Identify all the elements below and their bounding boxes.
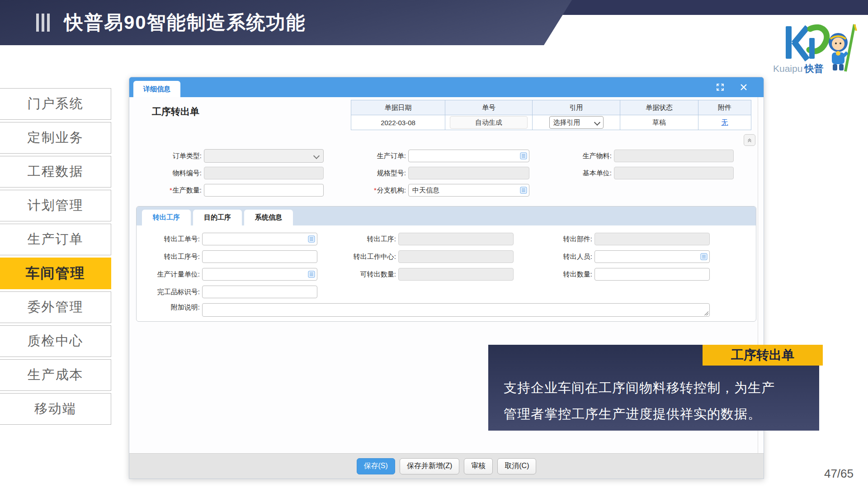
col-attachment: 附件 (698, 100, 751, 115)
chevron-down-icon (594, 119, 600, 126)
save-and-new-button[interactable]: 保存并新增(Z) (400, 458, 459, 474)
field-transfer-qty: 转出数量: (542, 268, 710, 281)
reference-select[interactable]: 选择引用 (549, 116, 604, 129)
audit-button[interactable]: 审核 (464, 458, 493, 474)
chevron-down-icon (313, 153, 320, 159)
order-type-select[interactable] (204, 149, 324, 163)
col-doc-no: 单号 (445, 100, 533, 115)
form-title: 工序转出单 (152, 105, 199, 118)
reference-select-value: 选择引用 (553, 118, 580, 127)
sidebar-item-production-cost[interactable]: 生产成本 (0, 359, 111, 391)
kuaipu-mascot (829, 24, 856, 71)
spec-model-input (408, 167, 529, 179)
required-marker: * (170, 186, 172, 194)
field-production-material: 生产物料: (561, 150, 734, 162)
list-lookup-icon[interactable] (520, 152, 527, 160)
tab-target-process[interactable]: 目的工序 (193, 210, 242, 225)
attachment-link[interactable]: 无 (722, 118, 728, 126)
production-material-input (614, 150, 734, 162)
transfer-qty-input[interactable] (594, 268, 710, 281)
field-transfer-workorder-no: 转出工单号: (149, 233, 317, 245)
field-material-no: 物料编号: (151, 167, 324, 179)
field-transfer-person: 转出人员: (542, 250, 710, 263)
transfer-out-form: 转出工单号: 转出工序: 转出部件: 转出工序号: (149, 233, 722, 318)
document-header-table: 单据日期 单号 引用 单据状态 附件 2022-03-08 自动生成 选择引用 … (351, 100, 751, 130)
page-title: 快普易90智能制造系统功能 (64, 10, 306, 35)
tab-transfer-out-process[interactable]: 转出工序 (142, 210, 191, 225)
field-transferable-qty: 可转出数量: (345, 268, 514, 281)
field-branch-org: *分支机构: (355, 184, 529, 197)
field-transfer-part: 转出部件: (542, 233, 710, 245)
field-transfer-process-no: 转出工序号: (149, 250, 317, 263)
list-lookup-icon[interactable] (308, 235, 315, 243)
sidebar-item-plan-management[interactable]: 计划管理 (0, 190, 111, 221)
list-lookup-icon[interactable] (700, 253, 708, 260)
sidebar-item-mobile[interactable]: 移动端 (0, 393, 111, 425)
field-additional-notes: 附加说明: (149, 303, 710, 318)
base-unit-input (614, 167, 734, 179)
col-reference: 引用 (533, 100, 620, 115)
production-order-input[interactable] (408, 150, 529, 162)
field-production-uom: 生产计量单位: (149, 268, 317, 281)
close-icon[interactable] (739, 83, 748, 92)
cancel-button[interactable]: 取消(C) (497, 458, 536, 474)
field-base-unit: 基本单位: (561, 167, 734, 179)
doc-no-cell: 自动生成 (445, 115, 533, 130)
slide: 快普易90智能制造系统功能 K (0, 0, 868, 488)
feature-callout: 工序转出单 支持企业车间在工序间物料移转控制，为生产 管理者掌控工序生产进度提供… (488, 345, 819, 431)
transfer-process-no-input[interactable] (202, 250, 317, 263)
sidebar: 门户系统 定制业务 工程数据 计划管理 生产订单 车间管理 委外管理 质检中心 … (0, 88, 111, 427)
callout-line-1: 支持企业车间在工序间物料移转控制，为生产 (504, 375, 806, 401)
field-production-qty: *生产数量: (151, 184, 324, 197)
sidebar-item-engineering-data[interactable]: 工程数据 (0, 156, 111, 188)
field-finished-id-no: 完工品标识号: (149, 286, 317, 298)
transfer-workcenter-input (398, 250, 514, 263)
callout-title: 工序转出单 (703, 345, 823, 366)
tab-system-info[interactable]: 系统信息 (244, 210, 293, 225)
document-top-form: 订单类型: 生产订单: 生产物料: 物料编号: (151, 150, 734, 197)
sidebar-item-portal[interactable]: 门户系统 (0, 88, 111, 120)
sidebar-item-outsourcing[interactable]: 委外管理 (0, 291, 111, 323)
save-button[interactable]: 保存(S) (357, 458, 395, 474)
branch-org-input[interactable] (408, 184, 529, 197)
production-uom-input[interactable] (202, 268, 317, 281)
field-transfer-workcenter: 转出工作中心: (345, 250, 514, 263)
callout-line-2: 管理者掌控工序生产进度提供祥实的数据。 (504, 401, 806, 427)
sidebar-item-production-order[interactable]: 生产订单 (0, 224, 111, 255)
field-order-type: 订单类型: (151, 150, 324, 162)
production-qty-input[interactable] (204, 184, 324, 197)
transfer-person-input[interactable] (594, 250, 710, 263)
doc-status-value: 草稿 (620, 115, 698, 130)
list-lookup-icon[interactable] (308, 271, 315, 278)
transfer-process-input (398, 233, 514, 245)
additional-notes-textarea[interactable] (202, 303, 710, 317)
transfer-part-input (594, 233, 710, 245)
dialog-footer: 保存(S) 保存并新增(Z) 审核 取消(C) (129, 453, 764, 479)
doc-date-value: 2022-03-08 (351, 115, 445, 130)
list-lookup-icon[interactable] (520, 187, 527, 194)
kuaipu-logo: Kuaipu 快普 (770, 23, 861, 80)
resize-handle-icon[interactable] (704, 311, 708, 315)
finished-id-no-input[interactable] (202, 286, 317, 298)
attachment-cell: 无 (698, 115, 751, 130)
field-spec-model: 规格型号: (355, 167, 529, 179)
tab-detail-info[interactable]: 详细信息 (133, 81, 180, 97)
doc-no-value: 自动生成 (450, 116, 528, 129)
expand-icon[interactable] (716, 83, 725, 92)
collapse-panel-button[interactable] (744, 134, 755, 146)
sidebar-item-workshop-management[interactable]: 车间管理 (0, 258, 111, 289)
page-number: 47/65 (824, 467, 854, 481)
double-chevron-up-icon (746, 137, 753, 143)
sidebar-item-quality-center[interactable]: 质检中心 (0, 325, 111, 357)
dialog-titlebar: 详细信息 (129, 77, 764, 97)
logo-name-en: Kuaipu (773, 63, 802, 74)
tab-strip: 转出工序 目的工序 系统信息 (137, 206, 756, 225)
sidebar-item-custom-business[interactable]: 定制业务 (0, 122, 111, 154)
transfer-workorder-no-input[interactable] (202, 233, 317, 245)
col-doc-status: 单据状态 (620, 100, 698, 115)
field-transfer-process: 转出工序: (345, 233, 514, 245)
reference-cell: 选择引用 (533, 115, 620, 130)
material-no-input (204, 167, 324, 179)
kuaipu-logo-text: Kuaipu 快普 (773, 62, 823, 75)
required-marker: * (374, 186, 377, 194)
